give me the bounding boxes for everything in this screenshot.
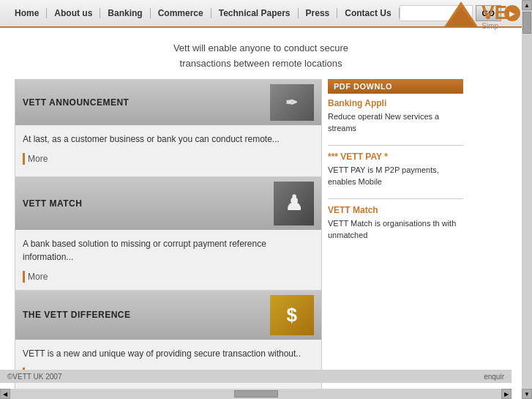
nav-item-banking[interactable]: Banking [100,8,150,18]
nav-item-about[interactable]: About us [47,8,100,18]
sidebar-vett-match-text: VETT Match is organisations th with unma… [328,217,463,242]
diff-image: $ [270,295,314,335]
sidebar-divider-1 [328,145,463,146]
sidebar-divider-2 [328,198,463,199]
more-bar [23,153,25,165]
scrollbar-track[interactable] [10,389,501,399]
panel-text-announcement: At last, as a customer business or bank … [23,133,314,146]
sidebar-vett-pay-title[interactable]: *** VETT PAY * [328,152,463,162]
right-sidebar: PDF DOWNLO Banking Appli Reduce operati … [328,79,463,392]
scroll-thumb-right[interactable] [522,12,531,34]
panel-header-difference: THE VETT DIFFERENCE $ [15,291,321,340]
sidebar-pdf-header: PDF DOWNLO [328,79,463,94]
dollar-icon: $ [287,304,298,327]
scroll-left-arrow[interactable]: ◀ [0,389,10,399]
panel-content-match: A bank based solution to missing or corr… [15,230,321,290]
footer: ©VETT UK 2007 enquir [0,370,512,383]
sidebar-vett-match-title[interactable]: VETT Match [328,205,463,215]
sidebar-pdf-content: Banking Appli Reduce operati New service… [328,94,463,256]
nav-item-contact[interactable]: Contact Us [337,8,399,18]
logo-icon [443,1,479,28]
sidebar-vett-pay: *** VETT PAY * VETT PAY is M P2P payment… [328,152,463,188]
hero-section: Vett will enable anyone to conduct secur… [0,28,522,79]
panel-title-match: VETT MATCH [23,198,82,209]
scrollbar-thumb[interactable] [234,390,278,398]
match-image: ♟ [274,182,314,225]
nav-item-home[interactable]: Home [7,8,47,18]
hero-line1: Vett will enable anyone to conduct secur… [0,41,522,56]
panel-text-difference: VETT is a new and unique way of providin… [23,347,314,360]
scroll-down-arrow[interactable]: ▼ [522,389,532,399]
panel-content-announcement: At last, as a customer business or bank … [15,125,321,176]
sidebar-banking-text: Reduce operati New services a streams [328,111,463,135]
left-panels: VETT ANNOUNCEMENT ✒ At last, as a custom… [15,79,322,392]
nav-item-technical[interactable]: Technical Papers [211,8,299,18]
nav-bar: Home About us Banking Commerce Technical… [0,8,400,18]
bottom-scrollbar: ◀ ▶ [0,389,512,399]
sidebar-banking: Banking Appli Reduce operati New service… [328,98,463,135]
hero-line2: transactions between remote locations [0,56,522,72]
footer-copyright: ©VETT UK 2007 [7,373,61,381]
panel-title-announcement: VETT ANNOUNCEMENT [23,97,129,108]
scroll-up-arrow[interactable]: ▲ [522,0,532,10]
panel-content-difference: VETT is a new and unique way of providin… [15,340,321,391]
pen-icon: ✒ [285,94,299,111]
panel-match: VETT MATCH ♟ A bank based solution to mi… [15,177,321,291]
more-button-announcement[interactable]: More [23,153,314,165]
panel-title-difference: THE VETT DIFFERENCE [23,310,131,320]
footer-right: enquir [484,373,504,381]
chess-icon: ♟ [285,191,304,215]
scroll-right-arrow[interactable]: ▶ [501,389,512,399]
nav-item-commerce[interactable]: Commerce [151,8,211,18]
panel-header-match: VETT MATCH ♟ [15,177,321,230]
logo-text: VE [482,1,507,23]
nav-item-press[interactable]: Press [299,8,338,18]
logo-area: VE Simp [443,1,507,30]
sidebar-pdf-section: PDF DOWNLO Banking Appli Reduce operati … [328,79,463,256]
announcement-image: ✒ [270,84,314,121]
more-button-match[interactable]: More [23,271,314,283]
panel-text-match: A bank based solution to missing or corr… [23,237,314,264]
sidebar-banking-title[interactable]: Banking Appli [328,98,463,108]
sidebar-vett-match: VETT Match VETT Match is organisations t… [328,205,463,242]
sidebar-vett-pay-text: VETT PAY is M P2P payments, enables Mobi… [328,164,463,188]
right-scrollbar: ▲ ▼ [522,0,532,399]
panel-announcement: VETT ANNOUNCEMENT ✒ At last, as a custom… [15,80,321,177]
panel-header-announcement: VETT ANNOUNCEMENT ✒ [15,80,321,125]
header: Home About us Banking Commerce Technical… [0,0,522,28]
more-bar-match [23,271,25,283]
content-area: VETT ANNOUNCEMENT ✒ At last, as a custom… [0,79,522,392]
